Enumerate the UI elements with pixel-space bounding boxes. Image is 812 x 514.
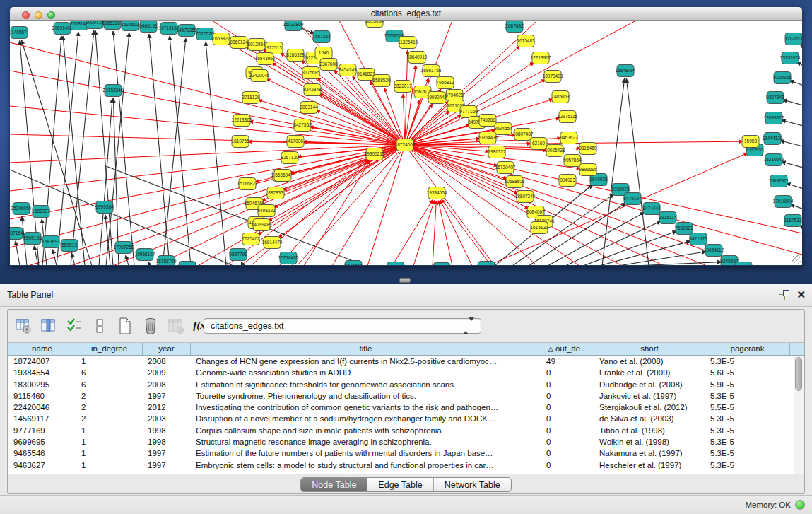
network-canvas[interactable]: 1405572069140626631402009719106532871527… — [10, 21, 802, 265]
graph-node[interactable]: 10653287 — [102, 21, 123, 30]
graph-node[interactable]: 7632621 — [675, 223, 693, 235]
graph-node[interactable]: 1112853 — [785, 33, 802, 45]
close-panel-icon[interactable]: ✕ — [796, 288, 806, 301]
graph-node[interactable]: 2367608 — [319, 59, 338, 71]
graph-node[interactable]: 746266 — [479, 115, 496, 127]
graph-node[interactable]: 16210643 — [764, 154, 784, 166]
graph-node[interactable]: 927513 — [266, 42, 283, 54]
graph-node[interactable]: 1615483 — [517, 35, 535, 47]
graph-node[interactable]: 9899695 — [579, 164, 597, 176]
graph-node[interactable]: 6466161 — [139, 21, 158, 33]
graph-node[interactable]: 7986322 — [488, 146, 506, 158]
graph-node[interactable]: 16543962 — [255, 53, 276, 65]
graph-node[interactable]: 3175685 — [302, 67, 320, 79]
graph-node[interactable]: 1999384 — [95, 201, 114, 214]
graph-node[interactable]: 7625402 — [242, 233, 260, 245]
graph-node[interactable]: 14671355 — [177, 25, 197, 37]
column-header-pagerank[interactable]: pagerank — [705, 343, 790, 355]
graph-node[interactable]: 16961758 — [421, 65, 442, 77]
delete-table-icon[interactable] — [166, 316, 185, 335]
graph-node[interactable]: 1582937 — [32, 206, 50, 218]
column-header-out-de-[interactable]: △out_de... — [541, 343, 594, 355]
graph-node[interactable]: 9245012 — [387, 262, 405, 266]
graph-node[interactable]: 2718126 — [242, 92, 260, 104]
graph-node[interactable]: 9777169 — [459, 106, 478, 118]
graph-node[interactable]: 12093872 — [764, 112, 784, 124]
graph-node[interactable]: 25206050 — [11, 203, 32, 215]
window-resize-grip[interactable] — [792, 255, 801, 264]
table-row[interactable]: 2242004622012Investigating the contribut… — [8, 402, 804, 413]
graph-node[interactable]: 994923 — [559, 175, 576, 187]
float-panel-icon[interactable] — [779, 290, 789, 300]
table-row[interactable]: 1830029562008Estimation of significance … — [8, 379, 804, 390]
graph-node[interactable]: 887833 — [267, 187, 284, 199]
graph-node[interactable]: 1810755 — [231, 136, 249, 148]
graph-node[interactable]: 6479197 — [623, 193, 642, 205]
graph-node[interactable]: 7557224 — [312, 31, 331, 43]
graph-node[interactable]: 16720407 — [495, 162, 516, 174]
graph-node[interactable]: 1245033 — [477, 262, 495, 266]
graph-node[interactable]: 16914479 — [262, 237, 283, 249]
graph-node[interactable]: 553594 — [274, 170, 291, 182]
network-window-titlebar[interactable]: citations_edges.txt — [10, 7, 802, 21]
graph-node[interactable]: 2009719 — [86, 21, 104, 29]
column-header-name[interactable]: name — [8, 343, 76, 355]
tab-network-table[interactable]: Network Table — [434, 478, 511, 491]
row-height-icon[interactable] — [90, 316, 109, 335]
panel-splitter-handle[interactable] — [399, 278, 411, 283]
graph-node[interactable]: 10958107 — [135, 249, 155, 261]
new-table-icon[interactable] — [115, 316, 134, 335]
tab-node-table[interactable]: Node Table — [301, 478, 367, 491]
graph-node[interactable]: 1588520 — [372, 75, 391, 87]
column-header-short[interactable]: short — [594, 343, 705, 355]
graph-node[interactable]: 10654112 — [704, 245, 724, 257]
graph-node[interactable]: 20364436 — [478, 132, 498, 144]
graph-node[interactable]: 15166827 — [237, 178, 258, 190]
table-row[interactable]: 1872400712008Changes of HCN gene express… — [8, 356, 804, 367]
graph-node[interactable]: 9474444 — [642, 203, 661, 215]
graph-node[interactable]: 16033809 — [283, 21, 304, 31]
graph-node[interactable]: 3822017 — [394, 81, 412, 93]
table-row[interactable]: 946554611997Estimation of the future num… — [8, 448, 804, 459]
graph-node[interactable]: 10025438 — [545, 145, 565, 157]
graph-node[interactable]: 9498222 — [257, 205, 276, 217]
graph-node[interactable]: 6794028 — [445, 90, 464, 102]
graph-node[interactable]: 11325419 — [398, 37, 418, 49]
table-row[interactable]: 911546021997Tourette syndrome. Phenomeno… — [8, 390, 804, 402]
graph-node[interactable]: 12975115 — [558, 111, 578, 123]
graph-node[interactable]: 9129966 — [773, 72, 792, 84]
table-source-combobox[interactable]: citations_edges.txt — [204, 318, 481, 334]
graph-node[interactable]: 12444129 — [763, 133, 783, 145]
graph-node[interactable]: 924505 — [735, 262, 752, 266]
graph-node[interactable]: 7615526 — [196, 28, 214, 40]
graph-node[interactable]: 1527602 — [121, 21, 139, 31]
table-row[interactable]: 946362711997Embryonic stem cells: a mode… — [8, 460, 804, 471]
graph-node[interactable]: 16782759 — [156, 256, 177, 266]
graph-node[interactable]: 2687682 — [505, 21, 524, 33]
graph-node[interactable]: 1068254 — [433, 263, 451, 266]
column-header-year[interactable]: year — [143, 343, 191, 355]
graph-node[interactable]: 15716485 — [278, 252, 299, 264]
graph-node[interactable]: 8454749 — [339, 64, 357, 76]
graph-node[interactable]: 1583693 — [42, 236, 60, 248]
graph-node[interactable]: 29153346 — [103, 85, 124, 97]
graph-node[interactable]: 8267130 — [281, 152, 299, 164]
graph-node[interactable]: 18807249 — [515, 191, 536, 203]
graph-node[interactable]: 17016504 — [773, 196, 794, 208]
graph-node[interactable]: 9242848 — [303, 84, 322, 96]
graph-node[interactable]: 9227343 — [766, 92, 784, 104]
graph-node[interactable]: 15751074 — [780, 52, 801, 64]
table-row[interactable]: 969969511998Structural magnetic resonanc… — [8, 436, 804, 448]
graph-node[interactable]: 8471676 — [689, 233, 707, 245]
select-columns-icon[interactable] — [64, 316, 83, 335]
graph-node[interactable]: 5505133 — [23, 233, 42, 245]
graph-node[interactable]: 8813054 — [365, 21, 384, 28]
table-row[interactable]: 1938455462009Genome-wide association stu… — [8, 367, 804, 378]
table-mode-icon[interactable] — [13, 316, 33, 335]
graph-node[interactable]: 29300215 — [365, 148, 385, 160]
graph-node[interactable]: 417006 — [287, 136, 304, 148]
graph-node[interactable]: 9187154 — [10, 228, 23, 240]
column-header-in-degree[interactable]: in_degree — [76, 343, 143, 355]
graph-node[interactable]: 9463627 — [560, 132, 578, 144]
tab-edge-table[interactable]: Edge Table — [367, 478, 433, 491]
